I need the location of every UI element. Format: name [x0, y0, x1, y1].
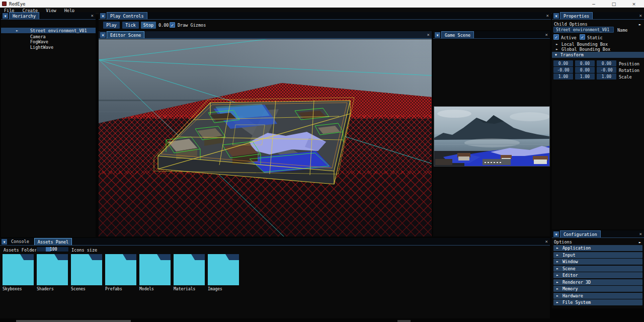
scrollbar-segment[interactable]: [397, 320, 411, 322]
expand-arrow-icon: ►: [556, 273, 558, 277]
editor-3d-scene: [99, 39, 432, 236]
collapse-icon[interactable]: ▼: [553, 231, 559, 237]
folder-icon: [71, 254, 102, 285]
maximize-button[interactable]: □: [604, 0, 624, 8]
name-label: Name: [617, 28, 627, 33]
hierarchy-item-lightwave[interactable]: LightWave: [30, 45, 53, 50]
rotation-y-field[interactable]: 0.00: [575, 67, 595, 73]
editor-scene-tab-strip: ▼ Editor Scene ×: [99, 31, 432, 39]
config-section-memory[interactable]: ►Memory: [553, 286, 642, 292]
folder-models[interactable]: Models: [139, 254, 171, 285]
expand-arrow-icon: ►: [556, 47, 558, 52]
draw-gizmos-label: Draw Gizmos: [178, 23, 206, 28]
position-z-field[interactable]: 0.00: [597, 60, 616, 66]
config-section-renderer-3d[interactable]: ►Renderer 3D: [553, 279, 642, 285]
close-icon[interactable]: ×: [91, 14, 94, 18]
active-checkbox[interactable]: ✓: [553, 34, 559, 40]
position-label: Position: [619, 61, 639, 66]
options-label: Options: [554, 239, 572, 245]
expand-arrow-icon: ►: [556, 260, 558, 264]
local-bounding-box-section[interactable]: ► Local Bounding Box: [556, 42, 608, 47]
stop-button[interactable]: Stop: [141, 22, 156, 29]
expand-arrow-icon: ►: [556, 267, 558, 271]
collapse-icon[interactable]: ▼: [100, 32, 106, 38]
icons-size-label: Icons size: [71, 248, 97, 253]
transform-section-header[interactable]: ▼ Transform: [552, 52, 644, 58]
icons-size-slider[interactable]: 100: [36, 247, 69, 252]
editor-scene-viewport[interactable]: [99, 39, 432, 236]
scale-x-field[interactable]: 1.00: [553, 73, 573, 79]
hierarchy-item-fogwave[interactable]: FogWave: [30, 39, 48, 44]
expand-arrow-icon[interactable]: ►: [16, 29, 18, 33]
close-icon[interactable]: ×: [639, 232, 642, 236]
collapse-icon[interactable]: ▼: [3, 13, 8, 19]
expand-arrow-icon: ►: [556, 253, 558, 257]
tab-configuration[interactable]: Configuration: [560, 230, 601, 237]
folder-icon: [105, 254, 136, 285]
tab-console[interactable]: Console: [8, 238, 32, 245]
tab-assets-panel[interactable]: Assets Panel: [34, 238, 72, 245]
window-controls: − □ ×: [584, 0, 644, 8]
tab-editor-scene[interactable]: Editor Scene: [107, 31, 144, 38]
collapse-icon[interactable]: ▼: [2, 239, 7, 245]
tick-button[interactable]: Tick: [122, 22, 139, 29]
scale-z-field[interactable]: 1.00: [597, 73, 616, 79]
config-section-hardware[interactable]: ►Hardware: [553, 293, 642, 299]
folder-scenes[interactable]: Scenes: [71, 254, 102, 285]
scale-y-field[interactable]: 1.00: [575, 73, 595, 79]
config-section-input[interactable]: ►Input: [553, 252, 642, 258]
collapse-icon[interactable]: ▼: [553, 13, 559, 19]
hierarchy-item-camera[interactable]: Camera: [30, 34, 46, 39]
config-section-application[interactable]: ►Application: [553, 245, 642, 251]
close-icon[interactable]: ×: [546, 14, 549, 18]
name-field[interactable]: Street environment_V01: [553, 27, 614, 33]
rotation-label: Rotation: [619, 68, 639, 73]
folder-icon: [139, 254, 171, 285]
folder-icon: [3, 254, 34, 285]
close-icon[interactable]: ×: [639, 14, 642, 18]
folder-images[interactable]: Images: [208, 254, 239, 285]
global-bounding-box-section[interactable]: ► Global Bounding Box: [556, 47, 610, 52]
properties-panel: Child Options ► Street environment_V01 N…: [552, 20, 644, 229]
play-button[interactable]: Play: [103, 22, 120, 29]
scale-label: Scale: [619, 74, 632, 79]
hierarchy-item-root[interactable]: ► Street environment_V01: [1, 28, 96, 33]
rotation-z-field[interactable]: -0.00: [597, 67, 616, 73]
folder-materials[interactable]: Materials: [174, 254, 205, 285]
hierarchy-root-label: Street environment_V01: [30, 28, 87, 33]
child-options-arrow-icon[interactable]: ►: [639, 22, 641, 27]
collapse-icon[interactable]: ▼: [100, 13, 106, 19]
tab-hierarchy[interactable]: Heriarchy: [9, 12, 39, 19]
position-y-field[interactable]: 0.00: [575, 60, 595, 66]
config-section-editor[interactable]: ►Editor: [553, 272, 642, 278]
close-icon[interactable]: ×: [545, 239, 548, 244]
config-section-window[interactable]: ►Window: [553, 259, 642, 265]
draw-gizmos-checkbox[interactable]: ✓: [170, 22, 175, 28]
folder-shaders[interactable]: Shaders: [37, 254, 68, 285]
horizontal-scrollbar-thumb[interactable]: [16, 320, 131, 322]
static-label: Static: [587, 35, 603, 40]
configuration-panel: Options ► ►Application ►Input ►Window ►S…: [552, 238, 644, 308]
config-section-scene[interactable]: ►Scene: [553, 266, 642, 272]
folder-skyboxes[interactable]: Skyboxes: [3, 254, 34, 285]
minimize-button[interactable]: −: [584, 0, 604, 8]
tab-properties[interactable]: Properties: [560, 12, 593, 19]
expand-arrow-icon: ►: [556, 42, 558, 47]
options-arrow-icon[interactable]: ►: [639, 240, 641, 245]
config-section-file-system[interactable]: ►File System: [553, 299, 642, 305]
collapse-icon[interactable]: ▼: [435, 32, 440, 38]
window-title: RedEye: [9, 2, 26, 7]
expand-arrow-icon: ►: [556, 246, 558, 250]
close-icon[interactable]: ×: [545, 33, 548, 37]
tab-game-scene[interactable]: Game Scene: [441, 31, 474, 38]
expand-arrow-icon: ►: [556, 280, 558, 284]
static-checkbox[interactable]: ✓: [580, 34, 585, 40]
close-icon[interactable]: ×: [427, 33, 430, 37]
close-button[interactable]: ×: [624, 0, 644, 8]
position-x-field[interactable]: 0.00: [553, 60, 573, 66]
app-icon: [2, 2, 7, 6]
folder-prefabs[interactable]: Prefabs: [105, 254, 136, 285]
rotation-x-field[interactable]: -0.00: [553, 67, 573, 73]
child-options-label: Child Options: [554, 22, 588, 27]
tab-play-controls[interactable]: Play Controls: [107, 12, 147, 19]
